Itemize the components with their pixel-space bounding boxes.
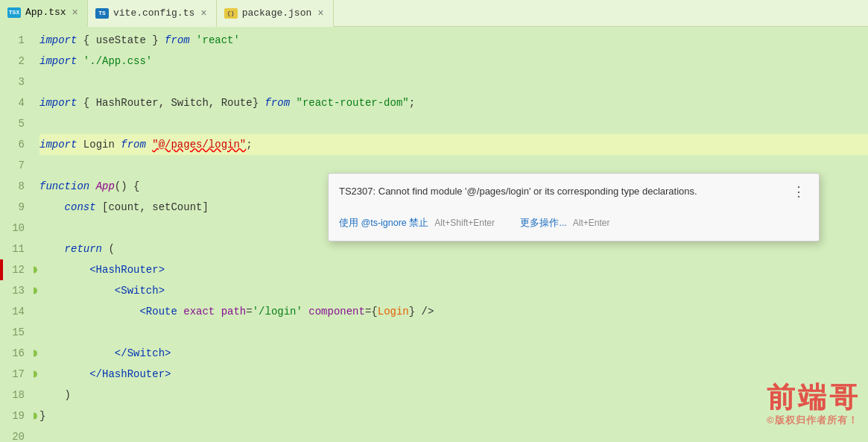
tab-label-app-tsx: App.tsx	[25, 7, 66, 18]
code-line-16: </Switch>	[39, 343, 868, 364]
ln-16: 16	[0, 343, 25, 364]
code-line-14: <Route exact path='/login' component={Lo…	[39, 301, 868, 322]
watermark-subtext: ©版权归作者所有！	[767, 414, 861, 427]
code-line-20	[39, 426, 868, 442]
tab-label-package-json: package.json	[242, 7, 312, 19]
ln-4: 4	[0, 92, 25, 113]
ts-ignore-action[interactable]: 使用 @ts-ignore 禁止	[339, 212, 428, 233]
ts-icon: TS	[95, 8, 109, 19]
ln-15: 15	[0, 322, 25, 343]
tab-vite-config[interactable]: TS vite.config.ts ×	[88, 0, 217, 27]
watermark: 前端哥 ©版权归作者所有！	[767, 379, 861, 427]
line-numbers: 1 2 3 4 5 6 7 8 9 10 11 12 13 14 15 16 1…	[0, 27, 34, 442]
tab-label-vite-config: vite.config.ts	[113, 7, 194, 19]
ts-ignore-shortcut: Alt+Shift+Enter	[434, 212, 495, 233]
ln-14: 14	[0, 301, 25, 322]
ln-18: 18	[0, 385, 25, 405]
error-popup: TS2307: Cannot find module '@/pages/logi…	[328, 173, 820, 241]
action-divider	[504, 212, 511, 233]
code-line-19: }	[39, 405, 868, 426]
ln-3: 3	[0, 72, 25, 92]
close-tab-app-tsx[interactable]: ×	[71, 7, 80, 18]
code-line-13: <Switch>	[39, 280, 868, 301]
ln-5: 5	[0, 113, 25, 134]
tab-bar: TSX App.tsx × TS vite.config.ts × {} pac…	[0, 0, 868, 27]
ln-12: 12	[0, 259, 25, 280]
code-line-2: import './App.css'	[39, 51, 868, 72]
code-line-5	[39, 113, 868, 134]
ln-11: 11	[0, 239, 25, 259]
code-line-12: <HashRouter>	[39, 259, 868, 280]
ln-13: 13	[0, 280, 25, 301]
ln-10: 10	[0, 218, 25, 239]
code-editor[interactable]: import { useState } from 'react' import …	[34, 27, 868, 442]
watermark-text: 前端哥	[767, 379, 861, 417]
code-line-15	[39, 322, 868, 343]
ln-17: 17	[0, 364, 25, 385]
popup-menu-icon[interactable]: ⋮	[789, 181, 808, 202]
more-actions-shortcut: Alt+Enter	[573, 212, 610, 233]
ln-1: 1	[0, 30, 25, 51]
ln-6: 6	[0, 134, 25, 155]
close-tab-vite-config[interactable]: ×	[199, 8, 208, 19]
code-line-17: </HashRouter>	[39, 364, 868, 385]
error-message: TS2307: Cannot find module '@/pages/logi…	[339, 181, 697, 202]
code-line-11: return (	[39, 239, 868, 259]
error-gutter-bar	[0, 259, 3, 280]
ln-20: 20	[0, 426, 25, 442]
error-popup-header: TS2307: Cannot find module '@/pages/logi…	[329, 174, 819, 208]
code-line-6: import Login from "@/pages/login";	[39, 134, 868, 155]
tsx-icon: TSX	[7, 7, 21, 18]
error-popup-actions: 使用 @ts-ignore 禁止 Alt+Shift+Enter 更多操作...…	[329, 208, 819, 241]
tab-app-tsx[interactable]: TSX App.tsx ×	[0, 0, 88, 27]
ln-19: 19	[0, 405, 25, 426]
code-line-1: import { useState } from 'react'	[39, 30, 868, 51]
code-line-3	[39, 72, 868, 92]
json-icon: {}	[224, 8, 238, 19]
ln-9: 9	[0, 197, 25, 218]
tab-package-json[interactable]: {} package.json ×	[217, 0, 334, 27]
code-area: 1 2 3 4 5 6 7 8 9 10 11 12 13 14 15 16 1…	[0, 27, 868, 442]
ln-7: 7	[0, 155, 25, 176]
code-line-18: )	[39, 385, 868, 405]
ln-2: 2	[0, 51, 25, 72]
close-tab-package-json[interactable]: ×	[316, 8, 325, 19]
code-line-4: import { HashRouter, Switch, Route} from…	[39, 92, 868, 113]
more-actions[interactable]: 更多操作...	[520, 212, 566, 233]
ln-8: 8	[0, 176, 25, 197]
